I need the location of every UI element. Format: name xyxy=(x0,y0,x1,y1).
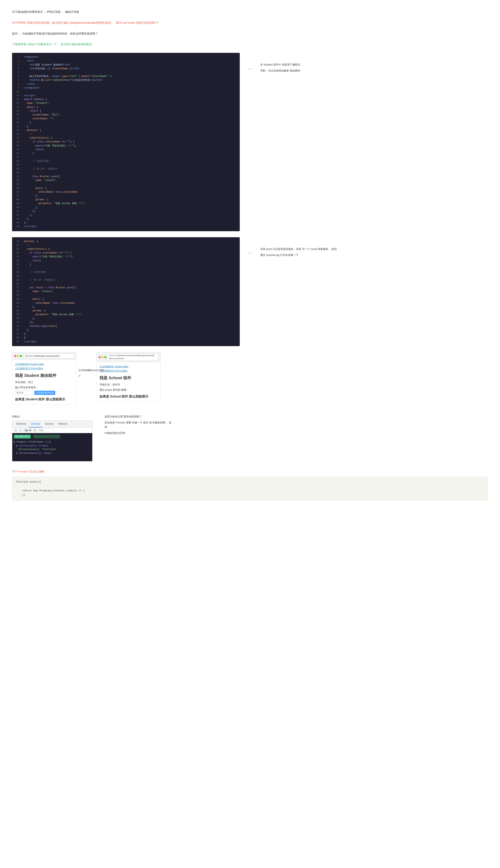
devtools-tabs: Elements Console Sources Network xyxy=(12,421,92,428)
diagram-right-1: 在 Student 组件中 就是用了编程式 导航，当点击按钮后触发 路由跳转 xyxy=(260,53,488,74)
diagram-right-2: 这里 push 方法是有返回值的，这里 写一个 result 变量接收 ，然后 … xyxy=(260,237,488,259)
tab-elements[interactable]: Elements xyxy=(14,421,29,427)
tab-network[interactable]: Network xyxy=(56,421,70,427)
code-block-1: 1 <template> 2 <div> 3 <h1>我是 Student 路由… xyxy=(12,53,240,231)
console-filter-input[interactable] xyxy=(38,429,54,432)
devtools-content: vue-devtools Detected Vue v2.7.14 ▶ Prom… xyxy=(12,433,92,461)
dot-yellow xyxy=(17,355,19,357)
arrow-1: ← xyxy=(248,53,252,72)
vue-devtools-badge: vue-devtools xyxy=(14,435,31,439)
vue-detected-badge: Detected Vue v2.7.14 xyxy=(33,435,60,439)
proto-line: ▶ [[Prototype]]: Promise xyxy=(16,444,91,448)
browser-heading-1: 我是 Student 路由组件 xyxy=(15,372,73,379)
dot-green-2 xyxy=(104,356,106,358)
question-section: 提问 ： 为啥编程式导航进行路由跳转的时候，就有这种警告错误呢？ xyxy=(12,31,488,36)
browser-link-1b[interactable]: 点击我跳转到 School 路由 xyxy=(15,367,73,370)
console-left: 控制台 ： Elements Console Sources Network ⊘… xyxy=(12,413,92,461)
console-right-note: 这里为啥会出现 警告或错误呢？ xyxy=(104,414,173,419)
dot-red-2 xyxy=(99,356,101,358)
push-arrow-icon: ↙ xyxy=(78,373,81,377)
demo-intro-section: 下面就带着上面这个问题来演示一下 ，多次执行抛出错误的情况 xyxy=(12,42,488,47)
console-label: 控制台 ： xyxy=(12,414,92,419)
promise-code-block: function push(){ return new Promise((res… xyxy=(12,477,488,500)
console-section: 控制台 ： Elements Console Sources Network ⊘… xyxy=(12,413,488,461)
browser-input-row-1: 点击提交交学校名 xyxy=(15,391,73,395)
browser-link-1a[interactable]: 点击我跳转到 Student 路由 xyxy=(15,362,73,366)
push-note-text: 点击按钮触发 push 操作 xyxy=(78,369,104,372)
clear-console-button[interactable]: ⊘ xyxy=(14,428,18,432)
browser-toolbar-2: 127.0.0.1:8080/index.html#/school/铭%20pa… xyxy=(96,352,161,362)
school-name-input[interactable] xyxy=(15,391,33,395)
vue-devtools-row: vue-devtools Detected Vue v2.7.14 xyxy=(14,435,91,439)
code-block-2: 20 methods: { 21 // 22 submitSchool() { … xyxy=(12,237,240,346)
diagram-note-2b: 通过 console.log 打印出来看一下 xyxy=(260,253,488,257)
browsers-section: 127.0.0.1:8080/index.html#/student 点击我跳转… xyxy=(12,352,488,405)
browser-mockup-1: 127.0.0.1:8080/index.html#/student 点击我跳转… xyxy=(12,352,76,405)
demo-intro-line: 下面就带着上面这个问题来演示一下 ，多次执行抛出错误的情况 xyxy=(12,42,488,47)
intro-section: 关于路由跳转有两种形式 ：声明式导航 ， 编程式导航 xyxy=(12,10,488,14)
arrow-2: ← xyxy=(248,237,252,257)
warning-line: 关于声明式 导航没有这类问题（多次执行抛出 NavigationDuplicat… xyxy=(12,21,488,25)
browser-url-1: 127.0.0.1:8080/index.html#/student xyxy=(23,354,74,359)
promise-line: ▶ Promise {<fulfilled>: {…}} xyxy=(14,440,91,444)
filter-icon-button[interactable]: ≡ xyxy=(19,428,22,432)
dot-green xyxy=(20,355,22,357)
promise-section: 关于 Promise 可以这么理解 ： function push(){ ret… xyxy=(12,470,488,500)
eye-icon-button[interactable]: 👁 xyxy=(33,428,37,432)
console-right: 这里为啥会出现 警告或错误呢？ 其实就是 Promise 需要 传递一个 成功 … xyxy=(104,413,173,437)
code-block-1-container: 1 <template> 2 <div> 3 <h1>我是 Student 路由… xyxy=(12,53,240,231)
context-selector[interactable]: top xyxy=(23,428,32,432)
browser-url-2: 127.0.0.1:8080/index.html#/school/铭%20pa… xyxy=(107,354,159,361)
browser-dots-2 xyxy=(99,356,106,358)
tab-sources[interactable]: Sources xyxy=(42,421,56,427)
diagram-note-1b: 导航，当点击按钮后触发 路由跳转 xyxy=(260,69,488,73)
browser-label-1a: 学生名称：张三 xyxy=(15,380,73,384)
console-row: 控制台 ： Elements Console Sources Network ⊘… xyxy=(12,413,488,461)
arrow-icon-2: ← xyxy=(248,249,252,257)
console-right-1: 其实就是 Promise 需要 传递一个 成功 或 失败的回调 ，这样 xyxy=(104,420,173,429)
devtools-mockup: Elements Console Sources Network ⊘ ≡ top… xyxy=(12,420,92,461)
devtools-toolbar: ⊘ ≡ top 👁 xyxy=(12,428,92,433)
submit-school-button[interactable]: 点击提交交学校名 xyxy=(34,391,55,395)
browser-sub-heading-1: 如果是 Student 组件 那么我就展示 xyxy=(15,396,73,402)
dot-yellow-2 xyxy=(102,356,103,358)
result-line: ▶ [[PromiseResult]]: Object xyxy=(16,451,91,455)
state-line: [[PromiseState]]: "fulfilled" xyxy=(18,448,91,451)
tab-console[interactable]: Console xyxy=(29,421,42,427)
browser-label-2a: 学校生名：嘉羊羊 xyxy=(100,382,158,387)
browser-toolbar-1: 127.0.0.1:8080/index.html#/student xyxy=(12,352,76,360)
browser-1-wrapper: 127.0.0.1:8080/index.html#/student 点击我跳转… xyxy=(12,352,76,405)
dot-red xyxy=(14,355,16,357)
question-line: 提问 ： 为啥编程式导航进行路由跳转的时候，就有这种警告错误呢？ xyxy=(12,31,488,36)
browser-label-2b: 通过 props 拿到的 参数： xyxy=(100,388,158,392)
browser-content-1: 点击我跳转到 Student 路由 点击我跳转到 School 路由 我是 St… xyxy=(12,360,76,404)
push-note: 点击按钮触发 push 操作 ↙ xyxy=(78,368,109,379)
browser-label-1b: 输入学生的学校名： xyxy=(15,385,73,390)
warning-section: 关于声明式 导航没有这类问题（多次执行抛出 NavigationDuplicat… xyxy=(12,21,488,25)
arrow-icon-1: ← xyxy=(248,65,252,72)
intro-line1: 关于路由跳转有两种形式 ：声明式导航 ， 编程式导航 xyxy=(12,10,488,14)
diagram-note-2a: 这里 push 方法是有返回值的，这里 写一个 result 变量接收 ，然后 xyxy=(260,247,488,251)
promise-about-label: 关于 Promise 可以这么理解 ： xyxy=(12,470,488,474)
browser-dots-1 xyxy=(14,355,22,357)
console-right-2: 才能处理这次异常 xyxy=(104,431,173,435)
code-block-2-container: 20 methods: { 21 // 22 submitSchool() { … xyxy=(12,237,240,346)
diagram-note-1a: 在 Student 组件中 就是用了编程式 xyxy=(260,62,488,67)
code-diagram-1: 1 <template> 2 <div> 3 <h1>我是 Student 路由… xyxy=(12,53,488,231)
browser-sub-heading-2: 如果是 School 组件 那么我就展示 xyxy=(100,394,158,399)
code-diagram-2: 20 methods: { 21 // 22 submitSchool() { … xyxy=(12,237,488,346)
